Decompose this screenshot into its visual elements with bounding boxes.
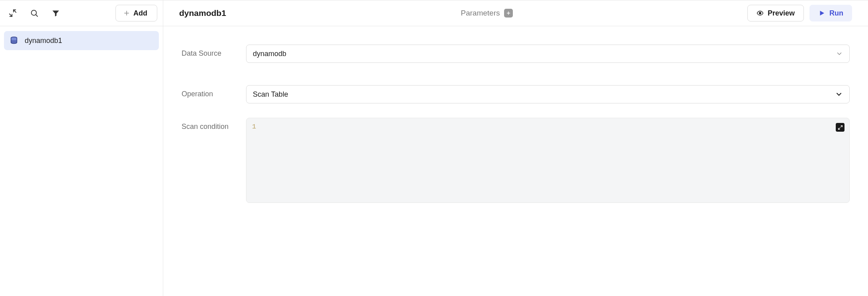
sidebar: Add dynamodb1 bbox=[0, 0, 163, 296]
main-panel: dynamodb1 Parameters Preview bbox=[163, 0, 868, 296]
plus-icon bbox=[123, 10, 130, 17]
page-title: dynamodb1 bbox=[179, 8, 226, 18]
run-button-label: Run bbox=[829, 9, 843, 18]
line-number: 1 bbox=[252, 123, 256, 130]
add-parameter-button[interactable] bbox=[504, 9, 513, 18]
preview-button-label: Preview bbox=[768, 9, 795, 18]
run-button[interactable]: Run bbox=[809, 5, 852, 21]
sidebar-toolbar: Add bbox=[0, 0, 163, 26]
add-button-label: Add bbox=[133, 9, 147, 18]
select-data-source[interactable]: dynamodb bbox=[246, 45, 850, 63]
main-header: dynamodb1 Parameters Preview bbox=[163, 0, 868, 26]
sidebar-item-label: dynamodb1 bbox=[25, 37, 62, 45]
eye-icon bbox=[757, 10, 764, 17]
select-operation-value: Scan Table bbox=[253, 90, 288, 99]
preview-button[interactable]: Preview bbox=[747, 5, 804, 21]
header-actions: Preview Run bbox=[747, 5, 852, 21]
collapse-icon[interactable] bbox=[6, 6, 20, 20]
filter-icon[interactable] bbox=[49, 6, 63, 20]
label-operation: Operation bbox=[182, 85, 246, 98]
expand-editor-button[interactable] bbox=[836, 123, 845, 132]
plus-icon bbox=[506, 11, 511, 16]
select-data-source-value: dynamodb bbox=[253, 50, 286, 58]
parameters-label: Parameters bbox=[461, 9, 500, 18]
query-form: Data Source dynamodb Operation Scan Tabl… bbox=[163, 26, 868, 225]
sidebar-item-dynamodb1[interactable]: dynamodb1 bbox=[4, 31, 159, 50]
expand-icon bbox=[838, 125, 843, 130]
app-root: Add dynamodb1 dynamodb1 Parameters bbox=[0, 0, 868, 296]
search-icon[interactable] bbox=[27, 6, 41, 20]
sidebar-list: dynamodb1 bbox=[0, 26, 163, 55]
row-scan-condition: Scan condition 1 bbox=[182, 118, 850, 203]
row-operation: Operation Scan Table bbox=[182, 85, 850, 103]
svg-line-1 bbox=[10, 14, 12, 16]
select-operation[interactable]: Scan Table bbox=[246, 85, 850, 103]
header-center: Parameters bbox=[234, 9, 739, 18]
svg-line-0 bbox=[14, 10, 16, 12]
svg-point-9 bbox=[759, 12, 761, 14]
chevron-down-icon bbox=[836, 50, 843, 57]
row-data-source: Data Source dynamodb bbox=[182, 45, 850, 63]
chevron-down-icon bbox=[835, 90, 843, 98]
svg-line-3 bbox=[36, 15, 37, 16]
scan-condition-editor[interactable]: 1 bbox=[246, 118, 850, 203]
play-icon bbox=[818, 10, 825, 17]
label-scan-condition: Scan condition bbox=[182, 118, 246, 131]
add-button[interactable]: Add bbox=[115, 5, 157, 21]
database-icon bbox=[10, 36, 18, 45]
label-data-source: Data Source bbox=[182, 45, 246, 58]
